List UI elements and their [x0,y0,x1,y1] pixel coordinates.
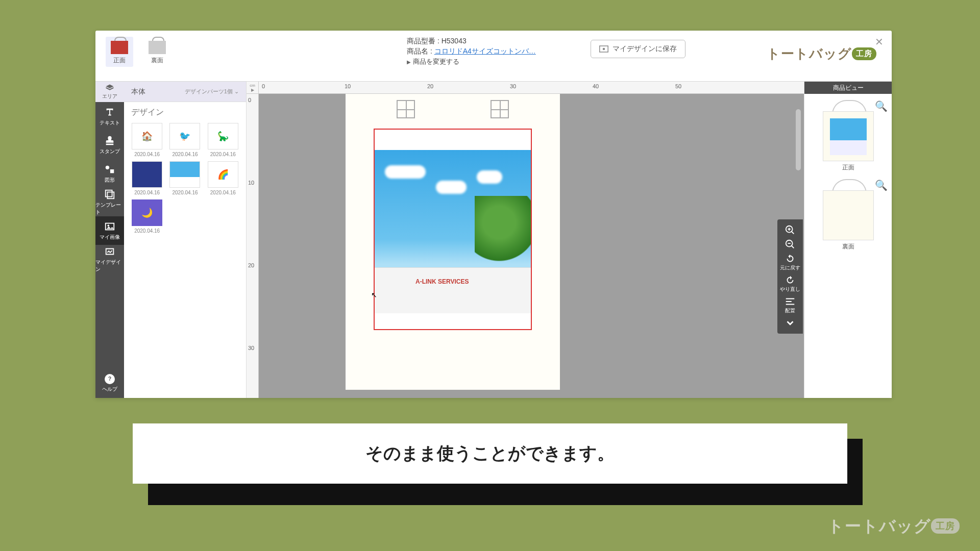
thumb-item[interactable]: 🌙2020.04.16 [130,199,164,234]
side-front-button[interactable]: 正面 [106,37,133,67]
svg-rect-5 [107,192,114,198]
svg-point-2 [106,165,109,169]
change-product-link[interactable]: 商品を変更する [407,57,580,66]
handle-marker [397,100,415,118]
undo-button[interactable]: 元に戻す [780,253,800,271]
image-icon [104,221,115,232]
zoom-icon[interactable]: 🔍 [875,100,888,112]
thumb-item[interactable]: 🦕2020.04.16 [206,123,240,157]
save-label: マイデザインに保存 [612,44,677,54]
thumb-item[interactable]: 🐦2020.04.16 [168,123,202,157]
ruler-vertical: 0 10 20 30 [247,94,259,398]
placed-image[interactable]: A-LINK SERVICES [375,150,531,313]
mydesign-icon [104,246,115,257]
rail-stamp[interactable]: スタンプ [95,131,124,159]
print-area[interactable]: A-LINK SERVICES [374,129,532,330]
thumb-item[interactable]: 2020.04.16 [130,161,164,195]
bag-front-icon [111,39,128,54]
preview-back[interactable]: 裏面 🔍 [811,179,886,251]
name-label: 商品名 : [407,47,434,55]
parts-count[interactable]: デザインパーツ1個 ⌄ [185,88,239,95]
redo-icon [785,274,796,286]
svg-rect-3 [110,169,114,173]
chevron-down-icon: ⌄ [234,88,239,94]
header: 正面 裏面 商品型番 : H53043 商品名 : コロリドA4サイズコットンバ… [95,31,892,82]
thumb-item[interactable]: 🏠2020.04.16 [130,123,164,157]
design-panel: 本体 デザインパーツ1個 ⌄ デザイン 🏠2020.04.16 🐦2020.04… [124,82,247,398]
preview-title: 商品ビュー [804,82,892,94]
zoom-in-icon [785,224,796,236]
save-my-design-button[interactable]: マイデザインに保存 [591,40,685,58]
zoom-out-button[interactable] [785,239,796,250]
bag-back-icon [149,39,166,54]
thumb-item[interactable]: 🌈2020.04.16 [206,161,240,195]
side-back-label: 裏面 [151,56,163,65]
handle-marker [491,100,509,118]
scrollbar-vertical[interactable] [796,109,801,170]
rail-text[interactable]: テキスト [95,102,124,131]
template-icon [104,189,115,200]
watermark: トートバッグ工房 [827,515,960,538]
expand-button[interactable] [785,317,796,329]
model-value: H53043 [442,37,467,45]
zoom-in-button[interactable] [785,224,796,236]
text-icon [104,107,115,118]
save-icon [599,45,608,53]
redo-button[interactable]: やり直し [780,274,800,293]
panel-design-title: デザイン [124,102,246,123]
shapes-icon [104,164,115,175]
zoom-icon[interactable]: 🔍 [875,179,888,191]
svg-rect-4 [106,190,112,196]
chevron-down-icon [785,317,796,329]
rail-my-image[interactable]: マイ画像 [95,216,124,245]
canvas-area: cm▶ 0 10 20 30 40 50 0 10 20 30 [247,82,804,398]
preview-panel: 商品ビュー 正面 🔍 裏面 🔍 [804,82,892,398]
thumb-item[interactable]: 2020.04.16 [168,161,202,195]
caption: そのまま使うことができます。 [133,423,847,484]
close-button[interactable]: ✕ [875,36,884,48]
brand-logo: トートバッグ工房 [767,45,876,63]
side-back-button[interactable]: 裏面 [143,37,171,67]
model-label: 商品型番 : [407,37,442,45]
caption-text: そのまま使うことができます。 [133,423,847,484]
help-icon: ? [105,374,115,384]
tool-rail: エリア テキスト スタンプ 図形 テンプレート マイ画像 マイデザイン ?ヘルプ [95,82,124,398]
align-icon [785,296,796,307]
rail-template[interactable]: テンプレート [95,188,124,216]
bag-surface: A-LINK SERVICES [346,94,560,390]
stamp-icon [104,135,115,146]
svg-point-7 [107,224,109,227]
rail-my-design[interactable]: マイデザイン [95,245,124,273]
design-editor-window: 正面 裏面 商品型番 : H53043 商品名 : コロリドA4サイズコットンバ… [95,31,892,398]
side-front-label: 正面 [113,56,126,65]
rail-shape[interactable]: 図形 [95,159,124,188]
rail-area[interactable]: エリア [95,82,124,102]
layers-icon [105,84,114,93]
zoom-out-icon [785,239,796,250]
product-info: 商品型番 : H53043 商品名 : コロリドA4サイズコットンバ… 商品を変… [407,36,580,67]
rail-help[interactable]: ?ヘルプ [95,369,124,398]
panel-body-label: 本体 [131,87,145,96]
undo-icon [785,253,796,264]
building-text: A-LINK SERVICES [415,278,469,285]
align-button[interactable]: 配置 [785,296,796,314]
thumbnail-grid: 🏠2020.04.16 🐦2020.04.16 🦕2020.04.16 2020… [124,123,246,234]
product-name-link[interactable]: コロリドA4サイズコットンバ… [434,47,536,55]
ruler-unit: cm▶ [247,82,259,94]
svg-point-1 [603,48,605,51]
canvas-tools: 元に戻す やり直し 配置 [777,219,803,334]
ruler-horizontal: 0 10 20 30 40 50 [259,82,804,94]
preview-front[interactable]: 正面 🔍 [811,100,886,172]
canvas[interactable]: A-LINK SERVICES [259,94,804,398]
